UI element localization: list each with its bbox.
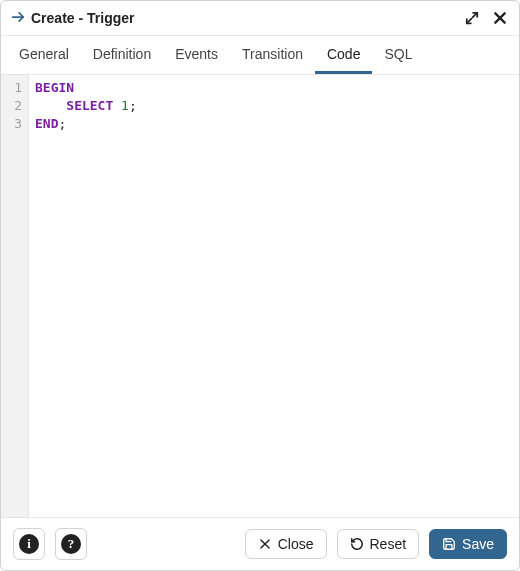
code-content[interactable]: BEGIN SELECT 1;END; <box>29 75 519 517</box>
code-line: BEGIN <box>35 79 513 97</box>
title-controls <box>463 9 509 27</box>
tab-definition[interactable]: Definition <box>81 36 163 74</box>
reset-button-label: Reset <box>370 536 407 553</box>
create-trigger-dialog: Create - Trigger GeneralDefinitionEvents… <box>0 0 520 571</box>
help-button[interactable]: ? <box>55 528 87 560</box>
code-line: SELECT 1; <box>35 97 513 115</box>
save-icon <box>442 537 456 551</box>
expand-icon[interactable] <box>463 9 481 27</box>
tab-general[interactable]: General <box>7 36 81 74</box>
title-arrow-icon <box>11 10 25 27</box>
reset-button[interactable]: Reset <box>337 529 420 560</box>
save-button-label: Save <box>462 536 494 553</box>
tab-sql[interactable]: SQL <box>372 36 424 74</box>
info-button[interactable]: i <box>13 528 45 560</box>
tab-transition[interactable]: Transition <box>230 36 315 74</box>
footer: i ? Close Reset Save <box>1 517 519 570</box>
dialog-title: Create - Trigger <box>31 10 457 26</box>
code-line: END; <box>35 115 513 133</box>
save-button[interactable]: Save <box>429 529 507 560</box>
line-number-gutter: 123 <box>1 75 29 517</box>
tabs: GeneralDefinitionEventsTransitionCodeSQL <box>1 36 519 75</box>
help-icon: ? <box>61 534 81 554</box>
code-editor[interactable]: 123 BEGIN SELECT 1;END; <box>1 75 519 517</box>
line-number: 2 <box>1 97 28 115</box>
close-button-label: Close <box>278 536 314 553</box>
tab-events[interactable]: Events <box>163 36 230 74</box>
tab-code[interactable]: Code <box>315 36 372 74</box>
close-button[interactable]: Close <box>245 529 327 560</box>
line-number: 3 <box>1 115 28 133</box>
titlebar: Create - Trigger <box>1 1 519 36</box>
reset-icon <box>350 537 364 551</box>
info-icon: i <box>19 534 39 554</box>
close-x-icon <box>258 537 272 551</box>
close-icon[interactable] <box>491 9 509 27</box>
line-number: 1 <box>1 79 28 97</box>
